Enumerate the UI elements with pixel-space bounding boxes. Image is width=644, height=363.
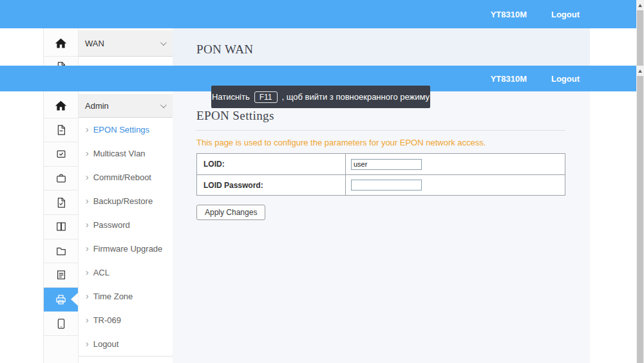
sidebar-item-pon-wan[interactable]: PON WAN xyxy=(79,57,173,66)
home-icon xyxy=(54,99,68,113)
loid-input-cell xyxy=(346,154,565,174)
rail-printer-cell-active[interactable] xyxy=(44,288,78,312)
sidebar-item-label: Firmware Upgrade xyxy=(93,244,163,254)
scrollbar-bottom[interactable] xyxy=(636,66,644,363)
loid-input[interactable] xyxy=(351,159,422,170)
menu-group-wan-label: WAN xyxy=(85,39,104,48)
content-area: EPON Settings This page is used to confi… xyxy=(173,91,590,363)
rail-file-cell[interactable] xyxy=(44,57,78,66)
tablet-icon xyxy=(55,317,68,330)
table-row: LOID: xyxy=(197,154,565,174)
rail-home-cell[interactable] xyxy=(44,30,78,57)
sidebar-item-time-zone[interactable]: Time Zone xyxy=(79,284,173,308)
device-name-label: YT8310M xyxy=(491,10,527,19)
epon-settings-table: LOID: LOID Password: xyxy=(196,153,565,196)
sidebar-item-label: ACL xyxy=(93,268,109,277)
top-body: WAN PON WAN PON WAN xyxy=(0,28,636,66)
header-logout-link[interactable]: Logout xyxy=(551,74,580,84)
document-lines-icon xyxy=(55,268,68,281)
sidebar-item-label: EPON Settings xyxy=(93,125,149,135)
rail-book-cell[interactable] xyxy=(44,215,78,239)
sidebar-item-label: Backup/Restore xyxy=(93,196,153,206)
top-header-bar: YT8310M Logout xyxy=(0,0,636,28)
chevron-down-icon xyxy=(160,39,167,46)
loid-password-input-cell xyxy=(346,175,565,195)
loid-label: LOID: xyxy=(204,160,225,169)
folder-icon xyxy=(55,245,68,257)
menu-group-wan[interactable]: WAN xyxy=(79,30,173,57)
sidebar-item-label: Commit/Reboot xyxy=(93,172,151,182)
loid-password-label: LOID Password: xyxy=(204,181,263,190)
chevron-down-icon xyxy=(160,102,167,108)
table-row: LOID Password: xyxy=(197,174,565,195)
icon-rail-top xyxy=(43,28,79,66)
printer-icon xyxy=(54,293,68,306)
submenu-panel-top: WAN PON WAN xyxy=(79,28,173,66)
sidebar-item-commit-reboot[interactable]: Commit/Reboot xyxy=(79,165,173,189)
fullscreen-exit-toast: Натисніть F11 , щоб вийти з повноекранно… xyxy=(211,86,430,108)
file-icon xyxy=(55,60,68,66)
loid-password-label-cell: LOID Password: xyxy=(197,175,346,195)
menu-group-admin[interactable]: Admin xyxy=(79,94,173,118)
scroll-up-button[interactable] xyxy=(636,0,644,10)
rail-folder-check-cell[interactable] xyxy=(44,142,78,167)
apply-changes-button[interactable]: Apply Changes xyxy=(196,205,265,220)
rail-folder-cell[interactable] xyxy=(44,239,78,264)
screen: YT8310M Logout WAN xyxy=(0,0,644,363)
scroll-up-arrow-icon xyxy=(638,70,642,73)
sidebar-item-tr-069[interactable]: TR-069 xyxy=(79,308,173,332)
sidebar-item-label: Password xyxy=(93,220,130,230)
icon-rail xyxy=(43,91,79,363)
scrollbar-top[interactable] xyxy=(636,0,644,66)
page-description: This page is used to configure the param… xyxy=(196,138,486,147)
file-icon xyxy=(55,124,68,136)
content-area-top: PON WAN xyxy=(173,28,590,66)
rail-file-check-cell[interactable] xyxy=(44,191,78,215)
router-ui-top-view: YT8310M Logout WAN xyxy=(0,0,644,66)
folder-check-icon xyxy=(55,147,68,160)
page-title: EPON Settings xyxy=(196,109,274,123)
scrollbar-thumb[interactable] xyxy=(637,10,643,66)
rail-briefcase-cell[interactable] xyxy=(44,167,78,191)
sidebar-item-backup-restore[interactable]: Backup/Restore xyxy=(79,189,173,213)
scroll-up-arrow-icon xyxy=(638,4,642,7)
device-name-label: YT8310M xyxy=(491,74,527,84)
scrollbar-thumb[interactable] xyxy=(637,76,643,363)
toast-rest-text: , щоб вийти з повноекранного режиму xyxy=(282,92,430,102)
file-check-icon xyxy=(55,196,68,209)
menu-group-admin-label: Admin xyxy=(85,101,109,111)
sidebar-item-password[interactable]: Password xyxy=(79,213,173,237)
sidebar-item-logout[interactable]: Logout xyxy=(79,332,173,356)
router-ui-bottom-view: YT8310M Logout xyxy=(0,66,644,363)
sidebar-item-firmware-upgrade[interactable]: Firmware Upgrade xyxy=(79,237,173,261)
f11-key-badge: F11 xyxy=(254,91,278,103)
title-divider xyxy=(196,130,565,131)
book-icon xyxy=(55,220,68,233)
active-pointer-notch xyxy=(71,293,78,306)
sidebar-item-acl[interactable]: ACL xyxy=(79,261,173,284)
sidebar-item-label: Logout xyxy=(93,339,119,349)
sidebar-item-label: Time Zone xyxy=(93,292,133,301)
main-body: Admin EPON Settings Multicast Vlan Commi… xyxy=(0,91,636,363)
rail-file-cell[interactable] xyxy=(44,118,78,143)
sidebar-item-multicast-vlan[interactable]: Multicast Vlan xyxy=(79,142,173,165)
rail-document-lines-cell[interactable] xyxy=(44,263,78,288)
loid-password-input[interactable] xyxy=(351,180,422,191)
rail-tablet-cell[interactable] xyxy=(44,312,78,336)
sidebar-item-label: TR-069 xyxy=(93,315,121,325)
page-title: PON WAN xyxy=(196,42,254,57)
scroll-up-button[interactable] xyxy=(636,66,644,76)
submenu-panel: Admin EPON Settings Multicast Vlan Commi… xyxy=(79,91,173,357)
header-logout-link[interactable]: Logout xyxy=(551,10,580,19)
home-icon xyxy=(54,37,68,50)
briefcase-icon xyxy=(55,172,68,185)
toast-press-text: Натисніть xyxy=(212,92,250,102)
rail-home-cell[interactable] xyxy=(44,94,78,118)
loid-label-cell: LOID: xyxy=(197,154,346,174)
sidebar-item-label: Multicast Vlan xyxy=(93,149,146,158)
sidebar-item-epon-settings[interactable]: EPON Settings xyxy=(79,118,173,142)
